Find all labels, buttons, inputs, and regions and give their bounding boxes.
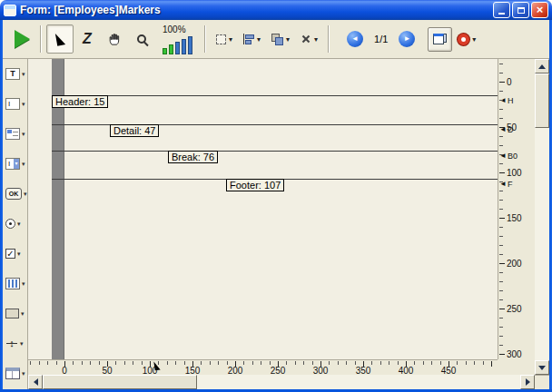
magnifier-icon bbox=[137, 34, 146, 44]
app-window: Form: [Employees]Markers × Z 100% ▾ bbox=[0, 0, 552, 392]
titlebar[interactable]: Form: [Employees]Markers × bbox=[0, 0, 552, 20]
marker-label-d[interactable]: Detail: 47 bbox=[110, 124, 159, 137]
palette-tool-radio[interactable]: ▾ bbox=[3, 209, 27, 239]
palette-tool-list[interactable]: ▾ bbox=[3, 119, 27, 149]
arrow-left-icon: ◄ bbox=[351, 35, 359, 43]
window-controls: × bbox=[493, 2, 548, 18]
minimize-button[interactable] bbox=[493, 2, 510, 18]
palette-tool-combobox[interactable]: I▾ bbox=[3, 149, 27, 179]
field-tool-icon: I bbox=[5, 98, 20, 110]
palette-tool-text[interactable]: T▾ bbox=[3, 59, 27, 89]
palette-tool-splitter[interactable]: ↕▾ bbox=[3, 328, 27, 358]
arrow-left-icon bbox=[34, 378, 38, 386]
chevron-down-icon[interactable]: ▾ bbox=[20, 340, 24, 348]
next-page-button[interactable]: ► bbox=[399, 31, 415, 47]
ruler-number: 150 bbox=[507, 214, 522, 222]
object-palette: T▾ I▾ ▾ I▾ OK▾ ▾ ✓▾ ▾ ▾ ↕▾ ▾ bbox=[3, 59, 28, 389]
splitter-tool-icon: ↕ bbox=[5, 337, 18, 350]
palette-tool-rectangle[interactable]: ▾ bbox=[3, 299, 27, 328]
red-circle-icon bbox=[458, 34, 469, 45]
palette-tool-button[interactable]: OK▾ bbox=[3, 179, 27, 209]
arrow-down-icon bbox=[538, 366, 546, 370]
distribute-icon bbox=[271, 34, 283, 45]
align-tool-button[interactable]: ▾ bbox=[240, 25, 264, 53]
grid-tool-button[interactable]: ▾ bbox=[212, 25, 236, 53]
ruler-number: 250 bbox=[507, 305, 522, 313]
zoom-bar-5[interactable] bbox=[188, 36, 192, 54]
zoom-bar-3[interactable] bbox=[175, 42, 180, 54]
toolbar-separator bbox=[328, 25, 330, 53]
windows-icon bbox=[433, 34, 447, 44]
chevron-down-icon: ▾ bbox=[229, 35, 232, 44]
chevron-down-icon[interactable]: ▾ bbox=[22, 280, 25, 288]
scroll-left-button[interactable] bbox=[28, 375, 43, 389]
stop-tool-button[interactable]: ▾ bbox=[454, 25, 479, 53]
display-view-button[interactable] bbox=[428, 27, 452, 52]
marker-label-f[interactable]: Footer: 107 bbox=[226, 179, 284, 191]
palette-tool-tab[interactable]: ▾ bbox=[3, 358, 27, 388]
chevron-down-icon[interactable]: ▾ bbox=[22, 71, 25, 78]
maximize-button[interactable] bbox=[512, 2, 529, 18]
zoom-tool-button[interactable] bbox=[128, 24, 155, 54]
chevron-down-icon[interactable]: ▾ bbox=[22, 101, 25, 108]
checkbox-tool-icon: ✓ bbox=[5, 249, 15, 259]
radio-tool-icon bbox=[5, 219, 15, 229]
close-icon: × bbox=[537, 3, 544, 17]
marker-label-b0[interactable]: Break: 76 bbox=[168, 151, 218, 163]
buttongrid-tool-icon bbox=[5, 278, 20, 289]
close-button[interactable]: × bbox=[531, 2, 548, 18]
ruler-number: 0 bbox=[507, 78, 512, 86]
pointer-tool-button[interactable] bbox=[46, 24, 74, 54]
palette-tool-checkbox[interactable]: ✓▾ bbox=[3, 239, 27, 269]
window-title: Form: [Employees]Markers bbox=[20, 4, 493, 16]
scroll-right-button[interactable] bbox=[520, 375, 535, 389]
zoom-level-label: 100% bbox=[163, 24, 186, 34]
chevron-down-icon[interactable]: ▾ bbox=[24, 191, 27, 198]
scrollbar-corner bbox=[535, 375, 549, 389]
zoom-bar-4[interactable] bbox=[182, 39, 186, 54]
vertical-scroll-thumb[interactable] bbox=[535, 74, 549, 128]
previous-page-button[interactable]: ◄ bbox=[347, 31, 363, 47]
zoom-control: 100% bbox=[163, 24, 192, 54]
duplicate-icon bbox=[301, 34, 311, 44]
ruler-marker-b0[interactable]: ◄B0 bbox=[499, 151, 518, 161]
toolbar: Z 100% ▾ ▾ ▾ ▾ ◄ 1/1 ► ▾ bbox=[3, 20, 549, 59]
chevron-down-icon[interactable]: ▾ bbox=[17, 250, 21, 258]
chevron-down-icon[interactable]: ▾ bbox=[22, 161, 25, 168]
zoom-bar-1[interactable] bbox=[163, 48, 167, 54]
palette-tool-field[interactable]: I▾ bbox=[3, 89, 27, 119]
text-tool-icon: T bbox=[5, 68, 20, 80]
toolbar-separator bbox=[40, 25, 42, 53]
hand-tool-button[interactable] bbox=[101, 24, 128, 54]
marker-label-h[interactable]: Header: 15 bbox=[52, 95, 108, 108]
horizontal-scroll-thumb[interactable] bbox=[43, 375, 197, 389]
horizontal-ruler: 050100150200250300350400450 bbox=[28, 359, 498, 375]
ruler-number: 100 bbox=[507, 169, 522, 177]
entry-order-tool-button[interactable]: Z bbox=[74, 24, 101, 54]
horizontal-scrollbar[interactable] bbox=[28, 375, 535, 389]
maximize-icon bbox=[518, 7, 525, 14]
chevron-down-icon[interactable]: ▾ bbox=[21, 310, 25, 318]
chevron-down-icon: ▾ bbox=[257, 35, 261, 44]
chevron-down-icon[interactable]: ▾ bbox=[17, 220, 21, 228]
duplicate-tool-button[interactable]: ▾ bbox=[297, 25, 321, 53]
chevron-down-icon[interactable]: ▾ bbox=[22, 131, 25, 138]
form-canvas[interactable]: Header: 15Detail: 47Break: 76Footer: 107 bbox=[28, 59, 498, 359]
scroll-down-button[interactable] bbox=[535, 360, 549, 375]
ruler-marker-f[interactable]: ◄F bbox=[499, 179, 512, 189]
marker-line-h[interactable] bbox=[52, 95, 498, 96]
scroll-up-button[interactable] bbox=[535, 59, 549, 74]
chevron-down-icon: ▾ bbox=[286, 35, 290, 44]
combobox-tool-icon: I bbox=[5, 158, 20, 170]
marker-line-b0[interactable] bbox=[52, 151, 498, 152]
execute-form-button[interactable] bbox=[8, 24, 35, 54]
palette-tool-buttongrid[interactable]: ▾ bbox=[3, 269, 27, 299]
pointer-icon bbox=[54, 32, 64, 45]
vertical-scrollbar[interactable] bbox=[535, 59, 549, 375]
zoom-bar-2[interactable] bbox=[169, 44, 173, 54]
entry-order-icon: Z bbox=[83, 31, 92, 47]
window-border bbox=[0, 20, 3, 392]
distribute-tool-button[interactable]: ▾ bbox=[268, 25, 293, 53]
chevron-down-icon[interactable]: ▾ bbox=[22, 370, 25, 377]
grid-icon bbox=[216, 34, 226, 44]
